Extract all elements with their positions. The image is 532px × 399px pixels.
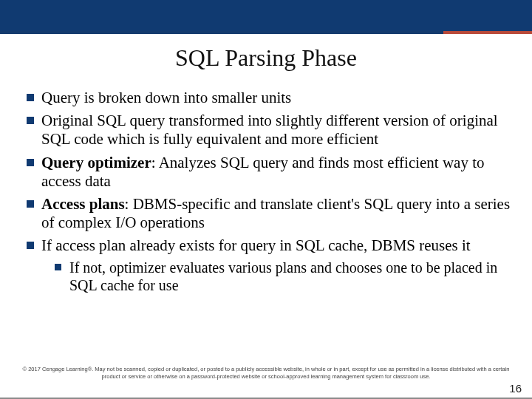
- header-bar: [0, 0, 532, 34]
- slide: SQL Parsing Phase Query is broken down i…: [0, 0, 532, 399]
- bullet-item: Query is broken down into smaller units: [27, 89, 511, 107]
- sub-bullet-item: If not, optimizer evaluates various plan…: [55, 259, 511, 294]
- header-accent: [443, 31, 532, 34]
- copyright-footer: © 2017 Cengage Learning®. May not be sca…: [22, 366, 510, 380]
- bullet-item: Query optimizer: Analyzes SQL query and …: [27, 154, 511, 191]
- bullet-list: Query is broken down into smaller units …: [27, 89, 511, 294]
- slide-title: SQL Parsing Phase: [0, 44, 532, 72]
- bullet-item: Original SQL query transformed into slig…: [27, 112, 511, 149]
- bullet-item: Access plans: DBMS-specific and translat…: [27, 195, 511, 232]
- sub-bullet-list: If not, optimizer evaluates various plan…: [55, 259, 511, 294]
- bullet-text: If access plan already exists for query …: [41, 236, 471, 254]
- term: Query optimizer: [41, 154, 151, 171]
- page-number: 16: [509, 382, 522, 395]
- bullet-item: If access plan already exists for query …: [27, 236, 511, 293]
- content-area: Query is broken down into smaller units …: [27, 89, 511, 299]
- term: Access plans: [41, 195, 125, 213]
